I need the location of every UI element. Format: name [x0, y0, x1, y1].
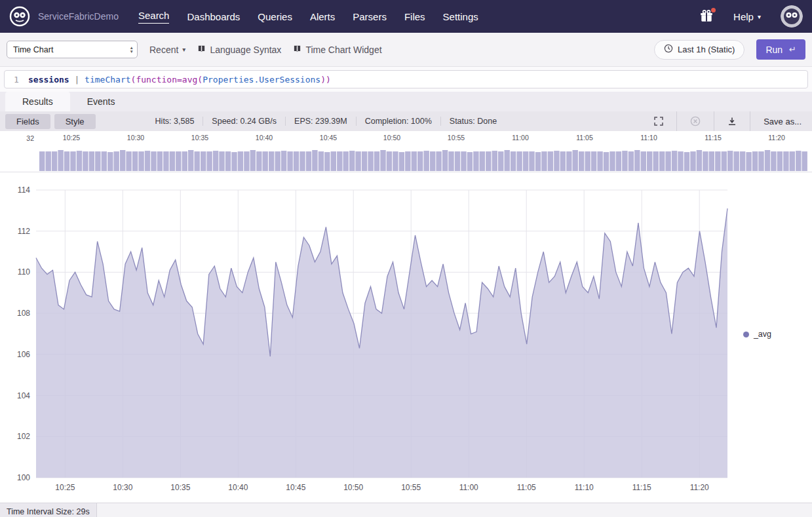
style-button[interactable]: Style	[54, 114, 96, 129]
query-toolbar: Time Chart ▲▼ Recent ▾ Language Syntax T…	[0, 33, 812, 67]
svg-text:10:25: 10:25	[55, 483, 75, 492]
svg-text:10:35: 10:35	[191, 134, 208, 142]
cancel-icon[interactable]	[676, 111, 714, 131]
run-button[interactable]: Run ↵	[756, 39, 805, 60]
fullscreen-icon[interactable]	[641, 111, 676, 131]
svg-text:100: 100	[17, 473, 30, 482]
svg-text:11:00: 11:00	[459, 483, 478, 492]
svg-text:10:55: 10:55	[448, 134, 465, 142]
notification-dot	[711, 8, 716, 12]
svg-text:11:05: 11:05	[517, 483, 536, 492]
nav-parsers[interactable]: Parsers	[353, 11, 387, 22]
svg-text:11:00: 11:00	[512, 134, 529, 142]
query-input[interactable]: sessions | timeChart(function=avg(Proper…	[28, 75, 331, 85]
statusbar-actions: Save as...	[641, 111, 812, 131]
query-editor-row: 1 sessions | timeChart(function=avg(Prop…	[0, 67, 812, 92]
time-chart-widget-link[interactable]: Time Chart Widget	[293, 45, 381, 55]
nav-dashboards[interactable]: Dashboards	[187, 11, 240, 22]
time-range-label: Last 1h (Static)	[678, 45, 735, 54]
query-token: sessions	[28, 75, 69, 85]
book-icon	[197, 45, 206, 55]
svg-text:10:50: 10:50	[383, 134, 400, 142]
query-token: ))	[320, 75, 331, 85]
svg-text:10:50: 10:50	[343, 483, 363, 492]
fields-button[interactable]: Fields	[5, 114, 50, 129]
svg-text:11:15: 11:15	[705, 134, 722, 142]
book-icon	[293, 45, 301, 55]
svg-text:10:55: 10:55	[401, 483, 421, 492]
svg-text:11:10: 11:10	[575, 483, 594, 492]
result-tabs: Results Events	[0, 92, 812, 111]
svg-text:10:45: 10:45	[320, 134, 337, 142]
clock-icon	[664, 44, 673, 55]
chart-footer: Time Interval Size: 29s	[0, 503, 812, 517]
svg-text:11:05: 11:05	[576, 134, 593, 142]
query-token: Properties.UserSessions	[203, 75, 320, 85]
svg-text:11:10: 11:10	[640, 134, 657, 142]
gift-icon[interactable]	[699, 9, 714, 24]
nav-queries[interactable]: Queries	[258, 11, 292, 22]
run-label: Run	[765, 45, 783, 55]
stat-completion: Completion: 100%	[356, 117, 440, 126]
time-chart-widget-label: Time Chart Widget	[305, 45, 381, 55]
recent-label: Recent	[149, 45, 178, 55]
query-editor[interactable]: 1 sessions | timeChart(function=avg(Prop…	[4, 70, 808, 88]
chevron-down-icon: ▾	[758, 13, 761, 20]
query-token: function	[136, 75, 177, 85]
svg-text:10:35: 10:35	[170, 483, 190, 492]
humio-owl-logo-icon[interactable]	[9, 6, 30, 27]
svg-text:104: 104	[17, 391, 30, 400]
widget-type-select[interactable]: Time Chart ▲▼	[7, 41, 138, 58]
return-key-icon: ↵	[789, 45, 796, 54]
query-token: =	[177, 75, 182, 85]
query-token: (	[197, 75, 203, 85]
tab-results[interactable]: Results	[5, 92, 70, 111]
stat-hits: Hits: 3,585	[147, 117, 203, 126]
repository-name[interactable]: ServiceFabricDemo	[38, 11, 119, 22]
select-arrows-icon: ▲▼	[130, 46, 134, 53]
query-token: avg	[182, 75, 197, 85]
legend-item-avg[interactable]: _avg	[743, 330, 771, 339]
legend-dot-icon	[743, 332, 749, 337]
nav-settings[interactable]: Settings	[443, 11, 478, 22]
main-nav: Search Dashboards Queries Alerts Parsers…	[138, 10, 478, 24]
svg-text:102: 102	[17, 432, 30, 441]
svg-text:32: 32	[26, 134, 34, 142]
nav-files[interactable]: Files	[404, 11, 425, 22]
tab-events[interactable]: Events	[70, 92, 132, 111]
nav-alerts[interactable]: Alerts	[310, 11, 335, 22]
user-avatar-icon[interactable]	[781, 5, 803, 28]
svg-text:10:30: 10:30	[113, 483, 132, 492]
chevron-down-icon: ▾	[182, 46, 185, 53]
stat-eps: EPS: 239.39M	[285, 117, 356, 126]
time-interval-label: Time Interval Size: 29s	[0, 503, 97, 517]
svg-text:108: 108	[17, 309, 30, 318]
time-chart[interactable]: 10010210410610811011211410:2510:3010:351…	[0, 172, 812, 503]
svg-text:110: 110	[18, 267, 30, 277]
help-label: Help	[733, 11, 754, 22]
line-number: 1	[5, 75, 28, 85]
time-range-selector[interactable]: Last 1h (Static)	[654, 40, 744, 60]
download-icon[interactable]	[714, 111, 750, 131]
language-syntax-link[interactable]: Language Syntax	[197, 45, 281, 55]
svg-text:10:45: 10:45	[286, 483, 305, 492]
navbar-right: Help ▾	[699, 5, 803, 28]
stat-speed: Speed: 0.24 GB/s	[203, 117, 285, 126]
svg-text:114: 114	[18, 185, 30, 195]
language-syntax-label: Language Syntax	[210, 45, 281, 55]
help-menu[interactable]: Help ▾	[733, 11, 761, 22]
svg-text:106: 106	[17, 350, 30, 359]
event-distribution-histogram[interactable]: 3210:2510:3010:3510:4010:4510:5010:5511:…	[0, 131, 812, 172]
query-token: |	[69, 75, 85, 85]
query-stats: Hits: 3,585 Speed: 0.24 GB/s EPS: 239.39…	[147, 117, 505, 126]
svg-text:11:20: 11:20	[768, 134, 785, 142]
svg-text:11:15: 11:15	[632, 483, 651, 492]
svg-text:11:20: 11:20	[690, 483, 709, 492]
legend-label: _avg	[754, 330, 771, 339]
svg-text:10:25: 10:25	[63, 134, 80, 142]
svg-text:112: 112	[18, 227, 30, 236]
recent-dropdown[interactable]: Recent ▾	[149, 45, 185, 55]
nav-search[interactable]: Search	[138, 10, 170, 24]
svg-text:10:40: 10:40	[228, 483, 248, 492]
save-as-button[interactable]: Save as...	[750, 111, 812, 131]
